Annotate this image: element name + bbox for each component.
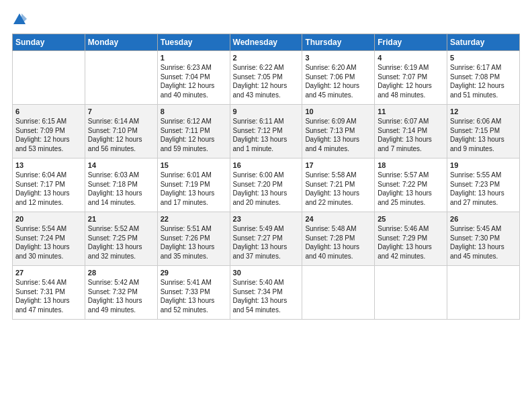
- day-info: Sunrise: 5:48 AM Sunset: 7:28 PM Dayligh…: [305, 224, 371, 261]
- day-info: Sunrise: 5:49 AM Sunset: 7:27 PM Dayligh…: [233, 224, 300, 261]
- day-number: 24: [305, 215, 371, 223]
- day-number: 30: [233, 269, 300, 277]
- day-number: 11: [378, 107, 444, 116]
- day-number: 19: [450, 161, 517, 169]
- day-number: 29: [161, 269, 227, 277]
- day-info: Sunrise: 6:03 AM Sunset: 7:18 PM Dayligh…: [88, 171, 154, 207]
- day-info: Sunrise: 5:57 AM Sunset: 7:22 PM Dayligh…: [378, 171, 444, 207]
- calendar-header-friday: Friday: [375, 34, 447, 51]
- day-number: 3: [305, 54, 371, 62]
- day-info: Sunrise: 5:44 AM Sunset: 7:31 PM Dayligh…: [15, 278, 82, 314]
- day-number: 23: [233, 215, 300, 223]
- day-info: Sunrise: 6:15 AM Sunset: 7:09 PM Dayligh…: [15, 117, 82, 153]
- day-number: 27: [15, 269, 82, 277]
- day-info: Sunrise: 6:17 AM Sunset: 7:08 PM Dayligh…: [450, 63, 517, 99]
- page: SundayMondayTuesdayWednesdayThursdayFrid…: [0, 0, 532, 411]
- calendar-cell: 6Sunrise: 6:15 AM Sunset: 7:09 PM Daylig…: [13, 105, 85, 158]
- day-info: Sunrise: 5:40 AM Sunset: 7:34 PM Dayligh…: [233, 278, 300, 314]
- day-number: 21: [88, 215, 154, 223]
- calendar-cell: [13, 51, 85, 105]
- day-info: Sunrise: 6:07 AM Sunset: 7:14 PM Dayligh…: [378, 117, 444, 153]
- day-info: Sunrise: 5:54 AM Sunset: 7:24 PM Dayligh…: [15, 224, 82, 261]
- day-number: 7: [88, 107, 154, 116]
- day-number: 9: [233, 107, 300, 116]
- calendar-week-row: 1Sunrise: 6:23 AM Sunset: 7:04 PM Daylig…: [13, 51, 520, 105]
- day-number: 13: [15, 161, 82, 169]
- calendar-header-saturday: Saturday: [447, 34, 520, 51]
- day-info: Sunrise: 6:06 AM Sunset: 7:15 PM Dayligh…: [450, 117, 517, 153]
- day-number: 25: [378, 215, 444, 223]
- calendar-header-tuesday: Tuesday: [157, 34, 230, 51]
- calendar-cell: 24Sunrise: 5:48 AM Sunset: 7:28 PM Dayli…: [302, 212, 375, 266]
- calendar-cell: 25Sunrise: 5:46 AM Sunset: 7:29 PM Dayli…: [375, 212, 447, 266]
- calendar-cell: 13Sunrise: 6:04 AM Sunset: 7:17 PM Dayli…: [13, 158, 85, 212]
- day-info: Sunrise: 5:45 AM Sunset: 7:30 PM Dayligh…: [450, 224, 517, 261]
- day-number: 5: [450, 54, 517, 62]
- day-number: 22: [161, 215, 227, 223]
- calendar-table: SundayMondayTuesdayWednesdayThursdayFrid…: [12, 34, 520, 320]
- day-number: 14: [88, 161, 154, 169]
- day-number: 4: [378, 54, 444, 62]
- day-info: Sunrise: 6:09 AM Sunset: 7:13 PM Dayligh…: [305, 117, 371, 153]
- calendar-cell: 2Sunrise: 6:22 AM Sunset: 7:05 PM Daylig…: [230, 51, 302, 105]
- day-info: Sunrise: 5:51 AM Sunset: 7:26 PM Dayligh…: [161, 224, 227, 261]
- day-number: 18: [378, 161, 444, 169]
- calendar-header-sunday: Sunday: [13, 34, 85, 51]
- day-info: Sunrise: 6:01 AM Sunset: 7:19 PM Dayligh…: [161, 171, 227, 207]
- calendar-cell: 26Sunrise: 5:45 AM Sunset: 7:30 PM Dayli…: [447, 212, 520, 266]
- calendar-header-row: SundayMondayTuesdayWednesdayThursdayFrid…: [13, 34, 520, 51]
- calendar-cell: 15Sunrise: 6:01 AM Sunset: 7:19 PM Dayli…: [157, 158, 230, 212]
- calendar-cell: 11Sunrise: 6:07 AM Sunset: 7:14 PM Dayli…: [375, 105, 447, 158]
- day-info: Sunrise: 5:58 AM Sunset: 7:21 PM Dayligh…: [305, 171, 371, 207]
- calendar-cell: 9Sunrise: 6:11 AM Sunset: 7:12 PM Daylig…: [230, 105, 302, 158]
- day-info: Sunrise: 6:20 AM Sunset: 7:06 PM Dayligh…: [305, 63, 371, 99]
- day-info: Sunrise: 6:23 AM Sunset: 7:04 PM Dayligh…: [161, 63, 227, 99]
- calendar-cell: 17Sunrise: 5:58 AM Sunset: 7:21 PM Dayli…: [302, 158, 375, 212]
- calendar-cell: 14Sunrise: 6:03 AM Sunset: 7:18 PM Dayli…: [85, 158, 157, 212]
- day-info: Sunrise: 5:52 AM Sunset: 7:25 PM Dayligh…: [88, 224, 154, 261]
- header: [12, 12, 520, 27]
- day-info: Sunrise: 6:04 AM Sunset: 7:17 PM Dayligh…: [15, 171, 82, 207]
- calendar-cell: 12Sunrise: 6:06 AM Sunset: 7:15 PM Dayli…: [447, 105, 520, 158]
- day-number: 1: [161, 54, 227, 62]
- calendar-cell: 10Sunrise: 6:09 AM Sunset: 7:13 PM Dayli…: [302, 105, 375, 158]
- calendar-cell: 16Sunrise: 6:00 AM Sunset: 7:20 PM Dayli…: [230, 158, 302, 212]
- calendar-cell: 20Sunrise: 5:54 AM Sunset: 7:24 PM Dayli…: [13, 212, 85, 266]
- calendar-cell: 4Sunrise: 6:19 AM Sunset: 7:07 PM Daylig…: [375, 51, 447, 105]
- calendar-cell: 1Sunrise: 6:23 AM Sunset: 7:04 PM Daylig…: [157, 51, 230, 105]
- calendar-cell: 3Sunrise: 6:20 AM Sunset: 7:06 PM Daylig…: [302, 51, 375, 105]
- calendar-header-thursday: Thursday: [302, 34, 375, 51]
- day-number: 10: [305, 107, 371, 116]
- calendar-cell: [447, 266, 520, 320]
- calendar-cell: 18Sunrise: 5:57 AM Sunset: 7:22 PM Dayli…: [375, 158, 447, 212]
- day-info: Sunrise: 5:46 AM Sunset: 7:29 PM Dayligh…: [378, 224, 444, 261]
- day-info: Sunrise: 6:14 AM Sunset: 7:10 PM Dayligh…: [88, 117, 154, 153]
- day-info: Sunrise: 6:22 AM Sunset: 7:05 PM Dayligh…: [233, 63, 300, 99]
- day-info: Sunrise: 6:00 AM Sunset: 7:20 PM Dayligh…: [233, 171, 300, 207]
- day-info: Sunrise: 5:41 AM Sunset: 7:33 PM Dayligh…: [161, 278, 227, 314]
- calendar-week-row: 27Sunrise: 5:44 AM Sunset: 7:31 PM Dayli…: [13, 266, 520, 320]
- calendar-cell: 28Sunrise: 5:42 AM Sunset: 7:32 PM Dayli…: [85, 266, 157, 320]
- calendar-cell: 29Sunrise: 5:41 AM Sunset: 7:33 PM Dayli…: [157, 266, 230, 320]
- day-info: Sunrise: 6:12 AM Sunset: 7:11 PM Dayligh…: [161, 117, 227, 153]
- day-number: 26: [450, 215, 517, 223]
- day-number: 16: [233, 161, 300, 169]
- day-number: 12: [450, 107, 517, 116]
- calendar-cell: [85, 51, 157, 105]
- calendar-cell: [375, 266, 447, 320]
- calendar-cell: [302, 266, 375, 320]
- day-info: Sunrise: 6:11 AM Sunset: 7:12 PM Dayligh…: [233, 117, 300, 153]
- calendar-week-row: 13Sunrise: 6:04 AM Sunset: 7:17 PM Dayli…: [13, 158, 520, 212]
- day-info: Sunrise: 6:19 AM Sunset: 7:07 PM Dayligh…: [378, 63, 444, 99]
- calendar-cell: 23Sunrise: 5:49 AM Sunset: 7:27 PM Dayli…: [230, 212, 302, 266]
- calendar-cell: 21Sunrise: 5:52 AM Sunset: 7:25 PM Dayli…: [85, 212, 157, 266]
- day-info: Sunrise: 5:42 AM Sunset: 7:32 PM Dayligh…: [88, 278, 154, 314]
- calendar-week-row: 6Sunrise: 6:15 AM Sunset: 7:09 PM Daylig…: [13, 105, 520, 158]
- calendar-cell: 7Sunrise: 6:14 AM Sunset: 7:10 PM Daylig…: [85, 105, 157, 158]
- calendar-week-row: 20Sunrise: 5:54 AM Sunset: 7:24 PM Dayli…: [13, 212, 520, 266]
- day-number: 15: [161, 161, 227, 169]
- day-number: 6: [15, 107, 82, 116]
- calendar-cell: 8Sunrise: 6:12 AM Sunset: 7:11 PM Daylig…: [157, 105, 230, 158]
- day-number: 2: [233, 54, 300, 62]
- calendar-cell: 19Sunrise: 5:55 AM Sunset: 7:23 PM Dayli…: [447, 158, 520, 212]
